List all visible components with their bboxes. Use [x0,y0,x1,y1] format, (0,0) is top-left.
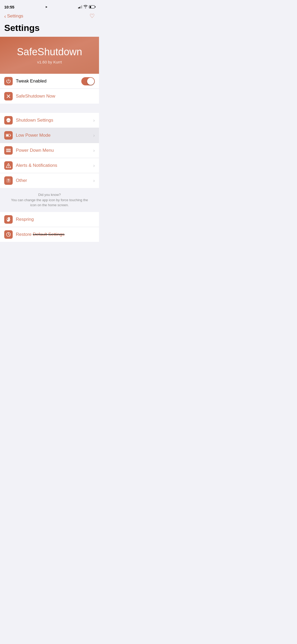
svg-rect-2 [6,135,9,136]
other-label: Other [16,178,93,183]
back-chevron-icon: ‹ [4,13,6,19]
back-label: Settings [7,13,23,19]
location-icon: ➤ [45,5,48,9]
question-icon [4,176,13,185]
top-settings-group: Tweak Enabled SafeShutdown Now [0,74,99,104]
power-down-menu-row[interactable]: Power Down Menu › [0,143,99,158]
restore-default-label: Restore Default Settings [16,232,95,237]
menu-settings-group: Shutdown Settings › Low Power Mode › Pow… [0,113,99,188]
respring-row[interactable]: Respring [0,212,99,227]
svg-point-3 [8,167,9,167]
battery-status-icon [89,5,95,8]
warning-icon [4,161,13,170]
back-button[interactable]: ‹ Settings [4,13,23,19]
restore-default-row[interactable]: Restore Default Settings [0,227,99,242]
safeshutdown-now-label: SafeShutdown Now [16,94,95,99]
svg-line-10 [7,218,8,218]
restore-icon [4,230,13,239]
banner-title: SafeShutdown [4,46,95,58]
nav-header: ‹ Settings ♡ [0,12,99,22]
bottom-settings-group: Respring Restore Default Settings [0,212,99,242]
menu-icon [4,146,13,155]
status-time: 10:55 [4,5,14,9]
page-title-area: Settings [0,22,99,37]
page-title: Settings [4,23,95,33]
chevron-icon: › [93,133,95,138]
shutdown-settings-row[interactable]: Shutdown Settings › [0,113,99,128]
tweak-enabled-toggle[interactable] [81,77,95,85]
low-power-mode-row[interactable]: Low Power Mode › [0,128,99,143]
chevron-icon: › [93,118,95,123]
alerts-notifications-row[interactable]: Alerts & Notifications › [0,158,99,173]
respring-label: Respring [16,217,95,222]
app-banner: SafeShutdown v1.60 by Kurrt [0,37,99,74]
shutdown-settings-label: Shutdown Settings [16,118,93,123]
power-down-menu-label: Power Down Menu [16,148,93,153]
footer-note-text: Did you know? You can change the app ico… [8,192,91,208]
wifi-icon [83,5,88,9]
signal-icon [78,5,82,8]
chevron-icon: › [93,163,95,168]
banner-subtitle: v1.60 by Kurrt [4,60,95,64]
safeshutdown-now-row[interactable]: SafeShutdown Now [0,89,99,104]
tweak-enabled-label: Tweak Enabled [16,79,81,84]
power-icon [4,77,13,85]
section-gap-1 [0,104,99,113]
low-power-mode-label: Low Power Mode [16,133,93,138]
svg-rect-1 [10,135,11,136]
x-icon [4,92,13,100]
tweak-enabled-row[interactable]: Tweak Enabled [0,74,99,89]
heart-icon[interactable]: ♡ [89,13,95,20]
toggle-knob [87,78,94,85]
alerts-notifications-label: Alerts & Notifications [16,163,93,168]
status-icons [78,5,95,9]
chevron-icon: › [93,148,95,153]
other-row[interactable]: Other › [0,173,99,188]
skull-icon [4,116,13,125]
restore-default-suffix: Default Settings [33,232,64,237]
respring-icon [4,215,13,224]
status-bar: 10:55 ➤ [0,0,99,12]
chevron-icon: › [93,178,95,183]
svg-point-5 [8,181,9,182]
footer-note: Did you know? You can change the app ico… [0,188,99,212]
battery-icon [4,131,13,140]
